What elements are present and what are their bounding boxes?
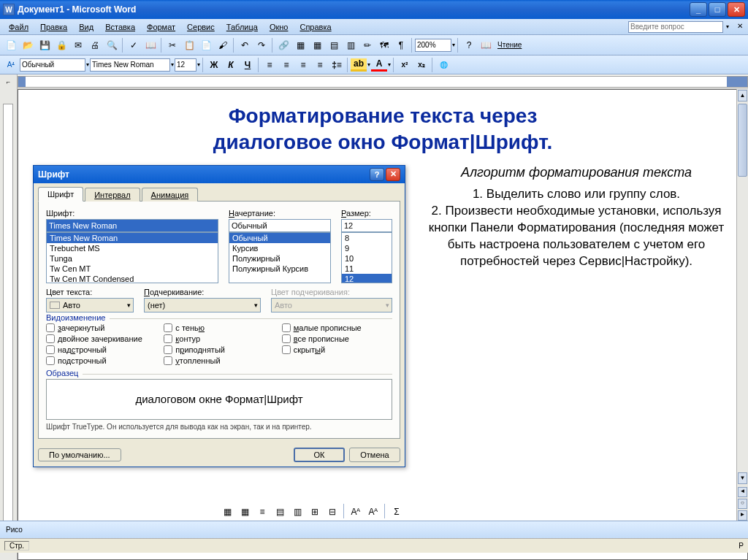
- list-item[interactable]: 10: [342, 253, 392, 264]
- list-item[interactable]: Tw Cen MT Condensed: [47, 274, 218, 283]
- new-doc-button[interactable]: 📄: [3, 37, 19, 53]
- vertical-scrollbar[interactable]: ▲ ▼ ◄ ○ ►: [736, 89, 748, 521]
- chk-hidden[interactable]: скрытый: [282, 345, 392, 354]
- list-item[interactable]: Курсив: [229, 243, 330, 253]
- tables-button[interactable]: ▦: [292, 37, 308, 53]
- browse-object-button[interactable]: ○: [738, 499, 747, 509]
- align-center-button[interactable]: ≡: [278, 58, 294, 72]
- chk-smallcaps[interactable]: малые прописные: [282, 323, 392, 332]
- underline-combo[interactable]: (нет): [144, 298, 261, 312]
- chk-allcaps[interactable]: все прописные: [282, 334, 392, 343]
- font-size-combo[interactable]: [175, 58, 196, 72]
- zoom-combo[interactable]: [415, 39, 451, 52]
- extra-btn-1[interactable]: ▦: [219, 504, 235, 520]
- format-painter-button[interactable]: 🖌: [215, 37, 231, 53]
- chk-subscript[interactable]: подстрочный: [46, 356, 156, 365]
- columns-button[interactable]: ▥: [343, 37, 359, 53]
- text-color-combo[interactable]: Авто: [46, 298, 134, 312]
- tab-spacing[interactable]: Интервал: [85, 188, 140, 202]
- show-marks-button[interactable]: ¶: [393, 37, 409, 53]
- chk-double-strike[interactable]: двойное зачеркивание: [46, 334, 156, 343]
- print-button[interactable]: 🖨: [87, 37, 103, 53]
- font-name-input[interactable]: [46, 219, 218, 232]
- save-button[interactable]: 💾: [37, 37, 53, 53]
- close-button[interactable]: ✕: [728, 2, 745, 17]
- prev-page-button[interactable]: ◄: [738, 487, 747, 497]
- chk-shadow[interactable]: с тенью: [164, 323, 274, 332]
- style-combo[interactable]: [20, 58, 85, 72]
- size-list[interactable]: 8 9 10 11 12: [341, 232, 392, 283]
- cancel-button[interactable]: Отмена: [349, 448, 400, 462]
- draw-menu[interactable]: Рисо: [3, 526, 26, 534]
- menu-insert[interactable]: Вставка: [99, 21, 141, 33]
- font-size-input[interactable]: [341, 219, 392, 232]
- list-item[interactable]: Полужирный: [229, 253, 330, 264]
- font-color-button[interactable]: A: [371, 58, 387, 72]
- align-right-button[interactable]: ≡: [295, 58, 311, 72]
- list-item[interactable]: 12: [342, 274, 392, 283]
- email-button[interactable]: ✉: [70, 37, 86, 53]
- extra-btn-3[interactable]: ≡: [254, 504, 270, 520]
- menu-edit[interactable]: Правка: [34, 21, 73, 33]
- superscript-button[interactable]: x²: [397, 58, 413, 72]
- scroll-down-button[interactable]: ▼: [738, 472, 747, 484]
- chk-superscript[interactable]: надстрочный: [46, 345, 156, 354]
- list-item[interactable]: Tw Cen MT: [47, 264, 218, 274]
- horizontal-ruler[interactable]: [18, 76, 748, 88]
- copy-button[interactable]: 📋: [181, 37, 197, 53]
- extra-btn-10[interactable]: Σ: [389, 504, 405, 520]
- preview-button[interactable]: 🔍: [104, 37, 120, 53]
- extra-btn-6[interactable]: ⊞: [307, 504, 323, 520]
- menu-tools[interactable]: Сервис: [181, 21, 221, 33]
- scroll-up-button[interactable]: ▲: [738, 90, 747, 101]
- list-item[interactable]: Полужирный Курсив: [229, 264, 330, 274]
- next-page-button[interactable]: ►: [738, 510, 747, 521]
- list-item[interactable]: Times New Roman: [47, 233, 218, 243]
- hyperlink-button[interactable]: 🔗: [275, 37, 291, 53]
- insert-table-button[interactable]: ▦: [309, 37, 325, 53]
- dialog-close-button[interactable]: ✕: [386, 168, 400, 181]
- redo-button[interactable]: ↷: [253, 37, 270, 53]
- justify-button[interactable]: ≡: [312, 58, 328, 72]
- tab-animation[interactable]: Анимация: [142, 188, 199, 202]
- menu-file[interactable]: Файл: [3, 21, 34, 33]
- minimize-button[interactable]: _: [690, 2, 707, 17]
- open-button[interactable]: 📂: [20, 37, 36, 53]
- menu-format[interactable]: Формат: [141, 21, 181, 33]
- extra-btn-9[interactable]: Aᴬ: [365, 504, 381, 520]
- style-list[interactable]: Обычный Курсив Полужирный Полужирный Кур…: [229, 232, 331, 283]
- menu-window[interactable]: Окно: [264, 21, 294, 33]
- chk-outline[interactable]: контур: [164, 334, 274, 343]
- extra-btn-2[interactable]: ▦: [237, 504, 253, 520]
- italic-button[interactable]: К: [223, 58, 239, 72]
- list-item[interactable]: 11: [342, 264, 392, 274]
- list-item[interactable]: Обычный: [229, 233, 330, 243]
- styles-icon[interactable]: A⁴: [3, 57, 19, 73]
- menu-view[interactable]: Вид: [73, 21, 99, 33]
- scroll-thumb[interactable]: [738, 104, 747, 177]
- tab-font[interactable]: Шрифт: [38, 187, 83, 202]
- read-mode-icon[interactable]: 📖: [478, 37, 494, 53]
- align-left-button[interactable]: ≡: [262, 58, 278, 72]
- excel-button[interactable]: ▤: [326, 37, 342, 53]
- spelling-button[interactable]: ✓: [126, 37, 142, 53]
- vertical-ruler[interactable]: [0, 89, 18, 560]
- read-mode-label[interactable]: Чтение: [495, 41, 524, 49]
- tab-selector[interactable]: ⌐: [0, 74, 18, 89]
- undo-button[interactable]: ↶: [237, 37, 253, 53]
- underline-button[interactable]: Ч: [240, 58, 256, 72]
- paste-button[interactable]: 📄: [198, 37, 214, 53]
- subscript-button[interactable]: x₂: [413, 58, 430, 72]
- font-list[interactable]: Times New Roman Trebuchet MS Tunga Tw Ce…: [46, 232, 218, 283]
- help-search-input[interactable]: [628, 21, 723, 33]
- list-item[interactable]: 9: [342, 243, 392, 253]
- bold-button[interactable]: Ж: [206, 58, 222, 72]
- extra-btn-8[interactable]: Aᴬ: [348, 504, 364, 520]
- highlight-button[interactable]: ab: [351, 58, 367, 72]
- ok-button[interactable]: ОК: [294, 448, 345, 462]
- permissions-button[interactable]: 🔒: [53, 37, 69, 53]
- default-button[interactable]: По умолчанию...: [38, 448, 121, 461]
- chk-strikethrough[interactable]: зачеркнутый: [46, 323, 156, 332]
- font-style-input[interactable]: [229, 219, 331, 232]
- docmap-button[interactable]: 🗺: [376, 37, 392, 53]
